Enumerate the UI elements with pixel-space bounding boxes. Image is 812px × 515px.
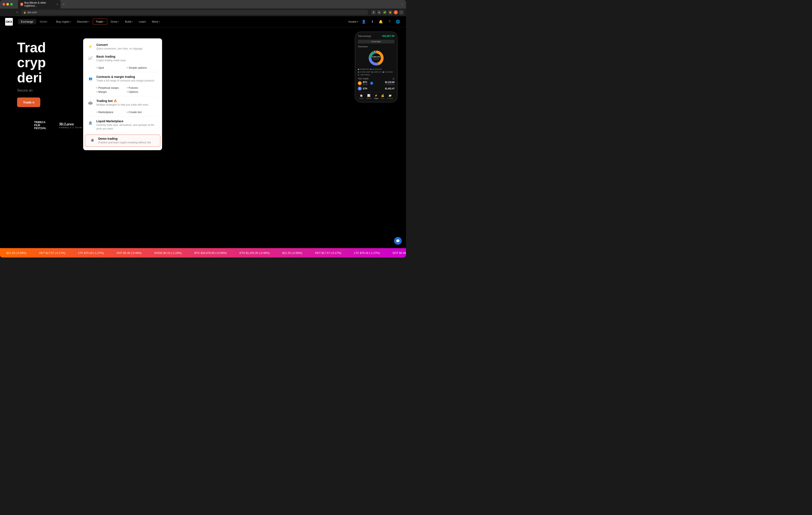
perpetual-swaps-subitem[interactable]: ●Perpetual swaps: [96, 86, 126, 89]
assets-chevron-icon: ▾: [357, 21, 358, 23]
build-nav[interactable]: Build ▾: [122, 19, 136, 25]
hero-section: Trad cryp deri Secure an Trade n TR|BECA…: [0, 27, 406, 143]
contracts-subitems: ●Perpetual swaps ●Futures ●Margin ●Optio…: [83, 86, 162, 95]
marketplace-subitem[interactable]: ●Marketplace: [96, 110, 126, 114]
maximize-button[interactable]: [10, 3, 13, 5]
bell-icon[interactable]: 🔔: [378, 19, 384, 25]
btc-logo: ₿: [358, 81, 361, 85]
basic-trading-icon: 📈: [87, 55, 93, 61]
active-tab[interactable]: O Buy Bitcoin & other cryptocur... ✕: [18, 0, 61, 8]
assets-button[interactable]: Assets ▾: [348, 20, 358, 23]
build-chevron-icon: ▾: [132, 21, 133, 23]
demo-trading-desc: Practice and learn crypto investing with…: [98, 141, 156, 144]
help-icon[interactable]: ?: [386, 19, 393, 25]
refresh-button[interactable]: ↻: [16, 10, 20, 15]
globe-icon[interactable]: 🌐: [395, 19, 401, 25]
extension-area: ⬆ ★ 🧩 🦁 J ⋮: [372, 10, 403, 15]
extension-puzzle-icon[interactable]: 🧩: [382, 10, 387, 15]
liquid-marketplace-icon: 🏦: [87, 120, 93, 126]
go-to-earn-button[interactable]: Go to Earn: [358, 40, 395, 44]
overview-label: Overview: [358, 45, 395, 48]
minimize-button[interactable]: [6, 3, 9, 5]
phone-portfolio-nav[interactable]: 📁Portfolio: [387, 94, 393, 100]
brave-icon[interactable]: 🦁: [388, 10, 393, 15]
close-button[interactable]: [3, 3, 5, 5]
trade-nav[interactable]: Trade ▾: [93, 19, 107, 25]
margin-bullet: ●: [96, 91, 97, 93]
simple-options-subitem[interactable]: ●Simple options: [127, 66, 156, 69]
contracts-margin-section: 👥 Contracts & margin trading Trade a ful…: [83, 73, 162, 96]
chat-bubble-button[interactable]: 💬: [394, 237, 402, 245]
star-icon[interactable]: ★: [377, 10, 381, 15]
perpetual-swaps-label: Perpetual swaps: [98, 86, 119, 89]
legend-eth: 30.24% ETH: [370, 68, 382, 70]
buy-crypto-chevron-icon: ▾: [70, 21, 71, 23]
convert-desc: Quick conversion, zero fees, no slippage: [96, 47, 158, 51]
buy-crypto-nav[interactable]: Buy crypto ▾: [54, 19, 74, 25]
futures-subitem[interactable]: ●Futures: [127, 86, 156, 89]
window-menu-icon[interactable]: ⋮: [401, 3, 403, 6]
website-content: OKX Exchange Wallet Buy crypto ▾ Discove…: [0, 16, 406, 258]
options-bullet: ●: [127, 91, 128, 93]
svg-text:$2,123.89: $2,123.89: [373, 58, 379, 60]
forward-button[interactable]: →: [9, 10, 13, 15]
address-bar[interactable]: 🔒 okx.com: [21, 10, 368, 15]
btc-amount: 0.10062226: [385, 83, 395, 85]
divider-1: [87, 72, 158, 72]
exchange-tab[interactable]: Exchange: [18, 19, 36, 24]
convert-menu-item[interactable]: ⚡ Convert Quick conversion, zero fees, n…: [83, 41, 162, 53]
contracts-menu-item[interactable]: 👥 Contracts & margin trading Trade a ful…: [83, 73, 162, 85]
svg-text:44.88% BTC: 44.88% BTC: [372, 56, 380, 58]
btc-info: ₿ BTC Bitcoin 1: [358, 81, 373, 85]
grow-nav[interactable]: Grow ▾: [108, 19, 121, 25]
ticker-content: $21.25 (-0.58%) OKT $17.57 (-0.17%) LTC …: [0, 251, 406, 254]
new-tab-button[interactable]: +: [61, 2, 66, 7]
user-icon[interactable]: 👤: [361, 19, 367, 25]
btc-price: $2,132.89: [385, 81, 395, 83]
back-button[interactable]: ←: [3, 10, 7, 15]
more-nav[interactable]: More ▾: [149, 19, 163, 25]
liquid-marketplace-menu-item[interactable]: 🏦 Liquid Marketplace Instantly trade spo…: [83, 117, 162, 133]
basic-trading-menu-item[interactable]: 📈 Basic trading Crypto trading made easy: [83, 53, 162, 64]
earn-icon: 💰: [381, 94, 384, 97]
trade-chevron-icon: ▾: [104, 21, 105, 23]
download-icon[interactable]: ⬇: [369, 19, 375, 25]
profile-icon[interactable]: J: [394, 10, 398, 15]
tab-title: Buy Bitcoin & other cryptocur...: [24, 1, 54, 7]
basic-trading-subitems: ●Spot ●Simple options: [83, 66, 162, 71]
traffic-lights: [3, 3, 13, 5]
browser-window: O Buy Bitcoin & other cryptocur... ✕ + ⋮…: [0, 0, 406, 258]
demo-trading-menu-item[interactable]: 🖥 Demo trading Practice and learn crypto…: [85, 135, 160, 146]
phone-trade-nav[interactable]: ⚡Trade: [374, 94, 378, 100]
btc-row[interactable]: ₿ BTC Bitcoin 1 $2,132.89 0.10062226: [358, 81, 395, 85]
legend-btc: 44.88% BTC: [358, 68, 369, 70]
futures-label: Futures: [128, 86, 138, 89]
create-bot-subitem[interactable]: ●Create bot: [127, 110, 156, 114]
phone-home-nav[interactable]: 🏠Home: [359, 94, 364, 100]
spot-bullet: ●: [96, 67, 97, 69]
spot-subitem[interactable]: ●Spot: [96, 66, 126, 69]
eth-row[interactable]: Ξ ETH $1,431.47: [358, 87, 395, 90]
liquid-marketplace-title: Liquid Marketplace: [96, 119, 158, 123]
basic-trading-title: Basic trading: [96, 55, 158, 58]
margin-subitem[interactable]: ●Margin: [96, 90, 126, 93]
okx-logo[interactable]: OKX: [5, 18, 13, 26]
trading-bot-menu-item[interactable]: 🤖 Trading bot 🔥 Multiple strategies to h…: [83, 97, 162, 109]
tab-close-icon[interactable]: ✕: [56, 3, 58, 5]
browser-menu-icon[interactable]: ⋮: [399, 10, 403, 15]
trading-bot-subitems: ●Marketplace ●Create bot: [83, 110, 162, 115]
contracts-icon: 👥: [87, 76, 93, 81]
phone-earn-nav[interactable]: 💰Earn: [381, 94, 384, 100]
phone-market-nav[interactable]: 📊Market: [366, 94, 371, 100]
contracts-text: Contracts & margin trading Trade a full …: [96, 75, 158, 83]
trade-dropdown-menu: ⚡ Convert Quick conversion, zero fees, n…: [83, 38, 162, 150]
wallet-tab[interactable]: Wallet: [37, 19, 50, 24]
discover-nav[interactable]: Discover ▾: [75, 19, 92, 25]
options-subitem[interactable]: ●Options: [127, 90, 156, 93]
marketplace-label: Marketplace: [98, 110, 113, 114]
trade-now-button[interactable]: Trade n: [17, 98, 40, 107]
legend-ltc: 3.60% LTC: [372, 71, 382, 73]
learn-nav[interactable]: Learn: [136, 19, 148, 25]
cast-icon[interactable]: ⬆: [372, 10, 376, 15]
contracts-desc: Trade a full range of contracts and marg…: [96, 79, 158, 83]
